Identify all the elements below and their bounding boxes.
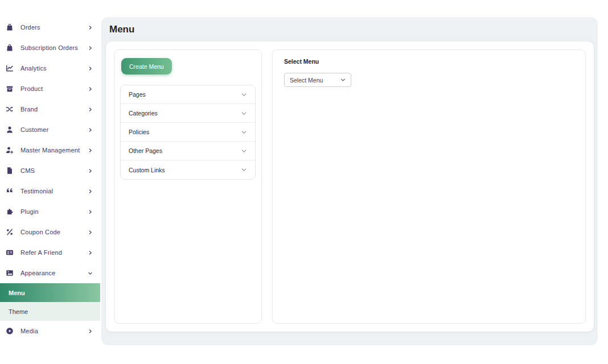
sidebar-item-label: Orders [20,24,40,31]
chevron-right-icon [88,209,93,214]
sidebar-item-cms[interactable]: CMS [0,160,100,181]
percent-icon [6,228,14,236]
accordion-item-custom-links[interactable]: Custom Links [121,160,255,179]
chevron-right-icon [88,329,93,334]
accordion-item-policies[interactable]: Policies [121,123,255,142]
sidebar-subitem-theme[interactable]: Theme [0,302,100,321]
sidebar-subitem-menu[interactable]: Menu [0,283,100,302]
app-window: Orders Subscription Orders Analytics Pro… [0,0,608,364]
chevron-right-icon [88,189,93,194]
sidebar-item-label: Media [20,328,38,334]
sidebar-item-label: Refer A Friend [20,249,62,256]
chevron-right-icon [88,168,93,173]
chevron-right-icon [88,25,93,30]
accordion-item-categories[interactable]: Categories [121,104,255,123]
sidebar-item-master-management[interactable]: Master Management [0,140,100,160]
sidebar-item-media[interactable]: Media [0,321,100,341]
chevron-down-icon [241,129,247,135]
sidebar-item-plugin[interactable]: Plugin [0,201,100,222]
archive-box-icon [6,85,14,93]
accordion-item-label: Policies [129,129,149,135]
image-icon [6,269,14,277]
sidebar-item-label: Customer [20,126,48,133]
chevron-right-icon [88,66,93,71]
select-menu-panel: Select Menu Select Menu [272,49,586,324]
chart-line-icon [6,64,14,72]
content-area: Menu Create Menu Pages Categories [101,17,598,345]
chevron-right-icon [88,86,93,92]
sidebar-item-label: Brand [20,106,38,113]
sidebar-item-label: Appearance [20,270,55,276]
chevron-right-icon [88,148,93,153]
bag-icon [6,44,14,52]
sidebar-item-product[interactable]: Product [0,78,100,99]
sidebar-item-label: CMS [20,167,35,174]
accordion-item-label: Categories [129,110,158,117]
file-icon [6,167,14,175]
chevron-right-icon [88,107,93,112]
main-content: Menu Create Menu Pages Categories [100,0,608,364]
select-menu-value: Select Menu [290,77,323,84]
chevron-down-icon [340,77,346,82]
sidebar-subitem-label: Theme [9,308,28,315]
chevron-down-icon [241,92,247,98]
chevron-down-icon [241,167,247,173]
chevron-down-icon [88,271,93,276]
chevron-right-icon [88,46,93,51]
accordion-item-label: Other Pages [129,147,162,154]
sidebar-item-testimonial[interactable]: Testimonial [0,181,100,201]
bag-icon [6,23,14,31]
sidebar-item-customer[interactable]: Customer [0,119,100,140]
accordion-item-label: Custom Links [129,167,165,173]
sidebar-item-label: Master Management [20,147,80,154]
sidebar-item-subscription-orders[interactable]: Subscription Orders [0,38,100,58]
chevron-right-icon [88,230,93,235]
chevron-down-icon [241,110,247,117]
accordion-item-pages[interactable]: Pages [121,85,255,104]
menu-card: Create Menu Pages Categories Policies [106,42,594,332]
sidebar-item-analytics[interactable]: Analytics [0,58,100,78]
select-menu-dropdown[interactable]: Select Menu [284,73,351,87]
person-icon [6,126,14,134]
puzzle-icon [6,208,14,216]
sidebar-item-appearance[interactable]: Appearance [0,263,100,283]
id-card-icon [6,249,14,257]
accordion-item-other-pages[interactable]: Other Pages [121,142,255,160]
shuffle-icon [6,105,14,113]
sidebar-item-refer-a-friend[interactable]: Refer A Friend [0,242,100,263]
chevron-right-icon [88,127,93,133]
chevron-down-icon [241,148,247,154]
create-menu-button[interactable]: Create Menu [121,58,172,75]
sidebar: Orders Subscription Orders Analytics Pro… [0,0,100,364]
sidebar-item-coupon-code[interactable]: Coupon Code [0,222,100,242]
accordion-item-label: Pages [129,91,146,98]
sidebar-item-orders[interactable]: Orders [0,17,100,38]
sidebar-item-label: Plugin [20,208,39,215]
select-menu-label: Select Menu [284,58,574,65]
person-gear-icon [6,146,14,154]
sidebar-item-label: Coupon Code [20,229,60,235]
sidebar-item-brand[interactable]: Brand [0,99,100,119]
sidebar-item-label: Product [20,85,43,92]
play-circle-icon [6,327,14,335]
quote-icon [6,187,14,195]
sidebar-item-label: Analytics [20,65,47,72]
sidebar-item-label: Subscription Orders [20,44,78,51]
menu-sources-accordion: Pages Categories Policies Other Pag [120,85,256,180]
chevron-right-icon [88,250,93,255]
page-title: Menu [109,24,594,35]
sidebar-item-label: Testimonial [20,188,53,195]
sidebar-subitem-label: Menu [9,289,25,296]
menu-builder-panel: Create Menu Pages Categories Policies [114,49,262,324]
